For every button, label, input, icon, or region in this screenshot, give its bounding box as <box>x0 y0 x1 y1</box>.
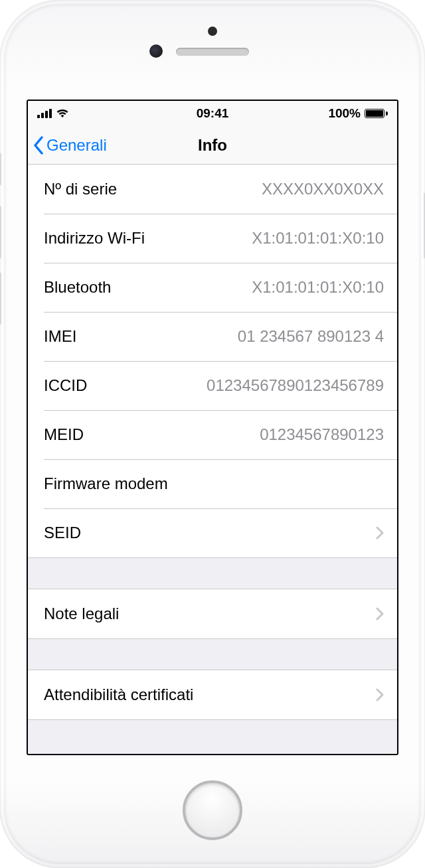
status-bar: 09:41 100% <box>28 101 397 126</box>
row-modem-firmware[interactable]: Firmware modem <box>28 459 397 508</box>
row-value: 01 234567 890123 4 <box>238 327 384 346</box>
chevron-right-icon <box>376 526 384 540</box>
row-seid[interactable]: SEID <box>28 508 397 557</box>
chevron-right-icon <box>376 607 384 620</box>
row-value: XXXX0XX0X0XX <box>262 180 384 198</box>
row-wifi-address[interactable]: Indirizzo Wi-Fi X1:01:01:01:X0:10 <box>28 214 397 263</box>
nav-bar: Generali Info <box>28 126 397 165</box>
row-label: Attendibilità certificati <box>44 686 193 704</box>
row-certificate-trust[interactable]: Attendibilità certificati <box>28 670 397 719</box>
row-label: SEID <box>44 524 81 542</box>
row-label: Note legali <box>44 605 119 623</box>
home-button[interactable] <box>183 780 242 840</box>
row-label: Bluetooth <box>44 278 111 297</box>
iphone-frame: 09:41 100% Generali Info Nº di se <box>0 0 425 868</box>
row-label: Nº di serie <box>44 180 117 198</box>
row-legal-notes[interactable]: Note legali <box>28 589 397 638</box>
row-serial[interactable]: Nº di serie XXXX0XX0X0XX <box>28 165 397 214</box>
settings-list[interactable]: Nº di serie XXXX0XX0X0XX Indirizzo Wi-Fi… <box>28 165 397 754</box>
screen: 09:41 100% Generali Info Nº di se <box>27 100 398 755</box>
row-label: ICCID <box>44 376 87 395</box>
earpiece-speaker <box>176 48 249 56</box>
row-value: 01234567890123456789 <box>207 376 384 395</box>
row-label: IMEI <box>44 327 76 346</box>
wifi-icon <box>56 109 69 118</box>
row-value: X1:01:01:01:X0:10 <box>252 229 384 248</box>
row-iccid[interactable]: ICCID 01234567890123456789 <box>28 361 397 410</box>
battery-icon <box>365 109 388 118</box>
volume-down-button <box>0 272 1 325</box>
row-label: Firmware modem <box>44 474 168 493</box>
row-value: X1:01:01:01:X0:10 <box>252 278 384 297</box>
back-button[interactable]: Generali <box>33 136 107 155</box>
nav-title: Info <box>198 136 227 155</box>
row-meid[interactable]: MEID 01234567890123 <box>28 410 397 459</box>
volume-up-button <box>0 206 1 259</box>
chevron-left-icon <box>33 136 44 155</box>
status-time: 09:41 <box>154 106 271 121</box>
proximity-sensor <box>208 27 217 36</box>
row-bluetooth[interactable]: Bluetooth X1:01:01:01:X0:10 <box>28 263 397 312</box>
back-label: Generali <box>46 136 107 155</box>
row-label: MEID <box>44 425 84 444</box>
row-label: Indirizzo Wi-Fi <box>44 229 145 248</box>
row-imei[interactable]: IMEI 01 234567 890123 4 <box>28 312 397 361</box>
battery-percentage: 100% <box>328 106 361 121</box>
row-value: 01234567890123 <box>260 425 384 444</box>
chevron-right-icon <box>376 688 384 701</box>
mute-switch <box>0 153 1 186</box>
cellular-signal-icon <box>37 109 52 118</box>
front-camera <box>149 44 163 58</box>
